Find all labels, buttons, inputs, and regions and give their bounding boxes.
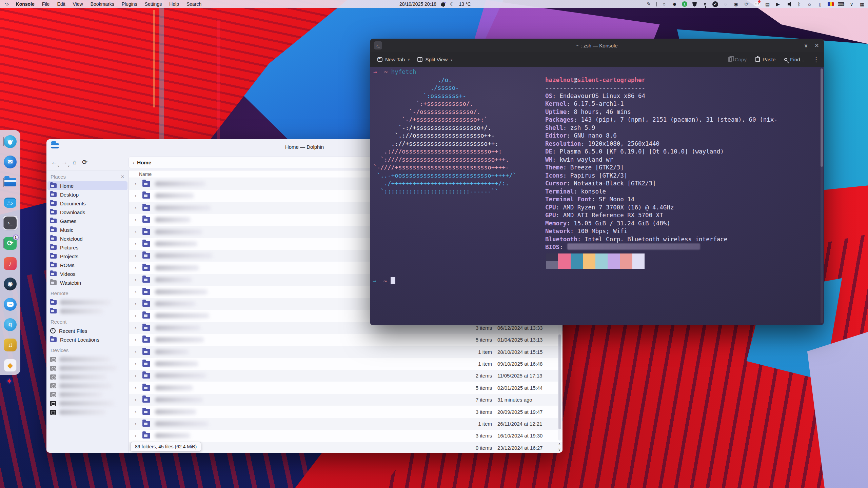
copy-button[interactable]: Copy [728, 57, 747, 62]
sidebar-item-nextcloud[interactable]: Nextcloud [46, 234, 129, 243]
dock-item-chat-icon[interactable]: … [3, 297, 18, 311]
expand-chevron-icon[interactable]: › [135, 409, 140, 414]
user-icon[interactable]: ☻ [671, 1, 678, 7]
home-button[interactable]: ⌂ [70, 157, 80, 167]
expand-chevron-icon[interactable]: › [135, 181, 140, 186]
bot-icon[interactable] [754, 1, 760, 7]
shield-icon[interactable] [691, 1, 698, 7]
expand-chevron-icon[interactable]: › [135, 277, 140, 282]
moon-icon[interactable]: ☾ [450, 2, 454, 6]
expand-chevron-icon[interactable]: › [135, 193, 140, 198]
sidebar-item-redacted[interactable] [46, 298, 129, 307]
key-icon[interactable] [702, 1, 708, 7]
expand-chevron-icon[interactable]: › [135, 325, 140, 330]
menu-item-help[interactable]: Help [169, 1, 179, 7]
expand-chevron-icon[interactable]: › [135, 217, 140, 222]
menu-item-settings[interactable]: Settings [145, 1, 162, 7]
file-row[interactable]: ›2 items11/05/2025 at 17:13 [129, 370, 563, 382]
panel-icon[interactable]: ▦ [859, 1, 865, 7]
sidebar-item-downloads[interactable]: Downloads [46, 208, 129, 217]
expand-chevron-icon[interactable]: › [135, 349, 140, 354]
check-circle-icon[interactable]: ✔ [712, 1, 718, 7]
lamp-icon[interactable]: ☼ [806, 1, 813, 7]
expand-chevron-icon[interactable]: › [135, 253, 140, 258]
ghost-icon[interactable]: ◌ [722, 1, 729, 7]
sidebar-item-roms[interactable]: ROMs [46, 261, 129, 269]
flag-romania-icon[interactable] [827, 1, 834, 7]
menu-item-file[interactable]: File [42, 1, 50, 7]
file-row[interactable]: ›3 items16/10/2024 at 19:30 [129, 430, 563, 442]
expand-chevron-icon[interactable]: › [135, 337, 140, 342]
dock-item-office-icon[interactable]: ◆ [3, 358, 18, 372]
minimize-button[interactable]: ∨ [800, 39, 812, 52]
expand-chevron-icon[interactable]: › [135, 373, 140, 378]
expand-chevron-icon[interactable]: › [135, 301, 140, 306]
temperature[interactable]: 13 °C [459, 1, 471, 7]
circle-icon[interactable]: ○ [661, 1, 667, 7]
sidebar-item-redacted[interactable] [46, 355, 129, 364]
expand-chevron-icon[interactable]: › [135, 361, 140, 366]
dock-item-toolbox-icon[interactable]: ∴› [3, 195, 18, 210]
dock-item-sync-icon[interactable]: ⟳1 [3, 236, 18, 250]
refresh-button[interactable]: ⟳ [80, 157, 90, 167]
file-row[interactable]: ›1 item28/10/2024 at 15:15 [129, 346, 563, 358]
bluetooth-icon[interactable]: ᛒ [796, 1, 802, 7]
terminal-scrollbar[interactable] [821, 68, 823, 323]
dock-item-terminal-icon[interactable]: ›_ [3, 216, 18, 230]
file-row[interactable]: ›7 items31 minutes ago [129, 394, 563, 406]
divider[interactable] [656, 2, 657, 6]
expand-chevron-icon[interactable]: › [135, 265, 140, 270]
menu-item-plugins[interactable]: Plugins [122, 1, 137, 7]
expand-chevron-icon[interactable]: › [135, 205, 140, 210]
scroll-up-icon[interactable]: ∧ [557, 442, 561, 447]
sidebar-item-redacted[interactable] [46, 381, 129, 390]
expand-chevron-icon[interactable]: › [135, 385, 140, 390]
sidebar-item-pictures[interactable]: Pictures [46, 243, 129, 252]
color-picker-icon[interactable]: ✎ [646, 1, 652, 7]
sidebar-item-games[interactable]: Games [46, 217, 129, 225]
volume-icon[interactable] [785, 1, 792, 7]
new-tab-button[interactable]: New Tab∨ [377, 57, 410, 62]
expand-chevron-icon[interactable]: › [135, 313, 140, 318]
expand-chevron-icon[interactable]: › [135, 433, 140, 438]
back-button[interactable]: ←∨ [49, 157, 59, 167]
expand-chevron-icon[interactable]: › [135, 229, 140, 235]
expand-chevron-icon[interactable]: › [135, 289, 140, 294]
sync-arrows-icon[interactable]: ⟳ [743, 1, 750, 7]
sidebar-item-videos[interactable]: Videos [46, 269, 129, 278]
dock-item-torrent-icon[interactable]: q [3, 317, 18, 332]
dock-item-steam-icon[interactable]: ◉ [3, 277, 18, 291]
sidebar-item-wastebin[interactable]: Wastebin [46, 278, 129, 287]
steam-icon[interactable]: ◉ [733, 1, 739, 7]
file-row[interactable]: ›1 item09/10/2025 at 16:48 [129, 358, 563, 370]
sidebar-item-desktop[interactable]: Desktop [46, 190, 129, 199]
file-row[interactable]: ›3 items20/09/2025 at 19:47 [129, 406, 563, 418]
phone-icon[interactable]: ▯ [817, 1, 823, 7]
breadcrumb-home[interactable]: Home [137, 160, 151, 165]
sidebar-item-recent-locations[interactable]: Recent Locations [46, 335, 129, 344]
file-row[interactable]: ›5 items02/01/2025 at 15:44 [129, 382, 563, 394]
updates-badge-icon[interactable]: 1 [682, 1, 687, 7]
split-view-button[interactable]: Split View∨ [417, 57, 453, 62]
clock[interactable]: 28/10/2025 20:18 [399, 1, 436, 7]
bell-icon[interactable] [441, 2, 445, 6]
menu-item-bookmarks[interactable]: Bookmarks [91, 1, 114, 7]
expand-chevron-icon[interactable]: › [135, 241, 140, 246]
sidebar-item-projects[interactable]: Projects [46, 252, 129, 261]
sidebar-item-home[interactable]: Home [47, 181, 127, 190]
dock-item-audio-effects-icon[interactable]: ♫ [3, 338, 18, 352]
desktop-shortcut-icon[interactable]: ✦ [4, 376, 14, 386]
file-row[interactable]: ›5 items01/04/2025 at 13:13 [129, 334, 563, 346]
file-row[interactable]: ›1 item26/11/2024 at 12:21 [129, 418, 563, 430]
dock-item-file-manager-icon[interactable] [3, 175, 18, 189]
sidebar-item-redacted[interactable] [46, 399, 129, 408]
konsole-titlebar[interactable]: ›_ ~ : zsh — Konsole ∨ ✕ [370, 39, 824, 52]
scroll-down-icon[interactable]: ∨ [557, 447, 561, 452]
sidebar-item-redacted[interactable] [46, 307, 129, 316]
close-button[interactable]: ✕ [811, 39, 823, 52]
dock-item-email-icon[interactable]: ✉ [3, 155, 18, 169]
sidebar-item-redacted[interactable] [46, 408, 129, 416]
menu-app-name[interactable]: Konsole [16, 1, 35, 7]
keyboard-icon[interactable]: ⌨ [838, 1, 844, 7]
play-circle-icon[interactable]: ▶ [775, 1, 781, 7]
